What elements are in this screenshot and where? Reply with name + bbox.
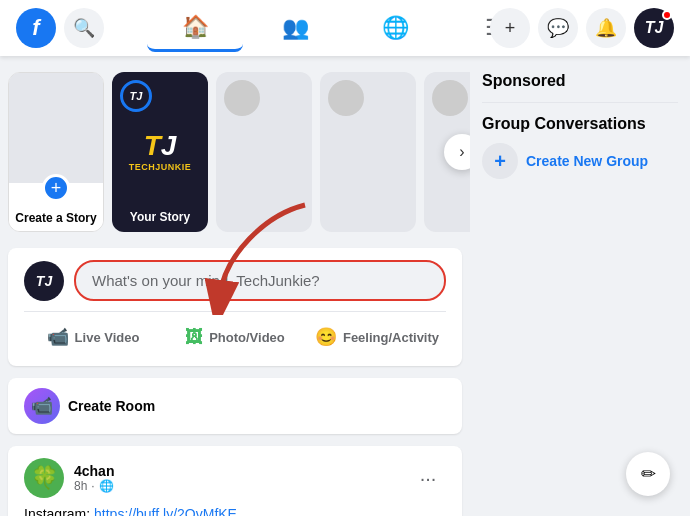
chevron-right-icon: ›: [459, 143, 464, 161]
bell-icon: 🔔: [595, 17, 617, 39]
post-input-placeholder: What's on your mind, TechJunkie?: [92, 272, 320, 289]
facebook-logo[interactable]: f: [16, 8, 56, 48]
feeling-label: Feeling/Activity: [343, 330, 439, 345]
edit-fab-button[interactable]: ✏: [626, 452, 670, 496]
nav-groups-button[interactable]: 🌐: [347, 4, 443, 52]
live-video-label: Live Video: [75, 330, 140, 345]
your-story-card[interactable]: TJ TJ TECHJUNKIE Your Story: [112, 72, 208, 232]
post-input-row: TJ What's on your mind, TechJunkie?: [24, 260, 446, 301]
post-creation-box: TJ What's on your mind, TechJunkie? 📹 Li…: [8, 248, 462, 366]
your-story-label: Your Story: [112, 210, 208, 224]
messenger-button[interactable]: 💬: [538, 8, 578, 48]
nav-left: f 🔍: [16, 8, 104, 48]
post-action-buttons: 📹 Live Video 🖼 Photo/Video 😊 Feeling/Act…: [24, 311, 446, 354]
instagram-label: Instagram:: [24, 506, 90, 516]
story-tj-subtitle: TECHJUNKIE: [129, 162, 192, 172]
photo-video-icon: 🖼: [185, 327, 203, 348]
stories-row: + Create a Story TJ TJ TECHJUNKIE Your S…: [8, 72, 462, 232]
create-room-button[interactable]: 📹 Create Room: [8, 378, 462, 434]
story-avatar-3: [432, 80, 468, 116]
post-meta: 8h · 🌐: [74, 479, 400, 493]
edit-icon: ✏: [641, 463, 656, 485]
nav-home-button[interactable]: 🏠: [147, 4, 243, 52]
live-video-button[interactable]: 📹 Live Video: [24, 320, 162, 354]
avatar-text: TJ: [645, 19, 664, 37]
room-video-icon: 📹: [24, 388, 60, 424]
photo-video-button[interactable]: 🖼 Photo/Video: [166, 320, 304, 354]
nav-friends-button[interactable]: 👥: [247, 4, 343, 52]
add-button[interactable]: +: [490, 8, 530, 48]
story-avatar-2: [328, 80, 364, 116]
nav-right: + 💬 🔔 TJ: [490, 8, 674, 48]
create-room-label: Create Room: [68, 398, 155, 414]
instagram-link[interactable]: https://buff.ly/2QvMfKE: [94, 506, 237, 516]
photo-video-label: Photo/Video: [209, 330, 285, 345]
create-story-card[interactable]: + Create a Story: [8, 72, 104, 232]
story-placeholder-2[interactable]: [320, 72, 416, 232]
notification-dot: [662, 10, 672, 20]
sponsored-heading: Sponsored: [482, 72, 678, 90]
post-what-on-mind-input[interactable]: What's on your mind, TechJunkie?: [74, 260, 446, 301]
post-user-avatar: TJ: [24, 261, 64, 301]
main-layout: + Create a Story TJ TJ TECHJUNKIE Your S…: [0, 56, 690, 516]
feeling-activity-button[interactable]: 😊 Feeling/Activity: [308, 320, 446, 354]
dot-separator: ·: [91, 479, 94, 493]
feeling-icon: 😊: [315, 326, 337, 348]
post-more-button[interactable]: ···: [410, 460, 446, 496]
create-new-group-button[interactable]: + Create New Group: [482, 143, 678, 179]
story-tj-avatar: TJ: [120, 80, 152, 112]
post-header: 🍀 4chan 8h · 🌐 ···: [8, 446, 462, 506]
search-icon: 🔍: [73, 17, 95, 39]
post-user-info: 4chan 8h · 🌐: [74, 463, 400, 493]
story-avatar-1: [224, 80, 260, 116]
story-placeholder-1[interactable]: [216, 72, 312, 232]
add-story-plus-icon: +: [42, 174, 70, 202]
stories-section: + Create a Story TJ TJ TECHJUNKIE Your S…: [8, 72, 462, 232]
sidebar-divider-1: [482, 102, 678, 103]
post-instagram-line: Instagram: https://buff.ly/2QvMfKE: [24, 506, 446, 516]
live-video-icon: 📹: [47, 326, 69, 348]
right-sidebar: Sponsored Group Conversations + Create N…: [470, 56, 690, 516]
plus-icon: +: [505, 18, 516, 39]
friends-icon: 👥: [282, 15, 309, 41]
post-time: 8h: [74, 479, 87, 493]
messenger-icon: 💬: [547, 17, 569, 39]
nav-center: 🏠 👥 🌐 ☰: [147, 4, 543, 52]
create-story-label: Create a Story: [15, 211, 96, 225]
create-story-top: +: [9, 73, 103, 183]
user-avatar-nav[interactable]: TJ: [634, 8, 674, 48]
groups-icon: 🌐: [382, 15, 409, 41]
create-new-group-label: Create New Group: [526, 153, 648, 169]
story-tj-logo: TJ: [144, 132, 177, 160]
feed: + Create a Story TJ TJ TECHJUNKIE Your S…: [0, 56, 470, 516]
notifications-button[interactable]: 🔔: [586, 8, 626, 48]
top-nav: f 🔍 🏠 👥 🌐 ☰ + 💬 🔔 TJ: [0, 0, 690, 56]
post-body: Instagram: https://buff.ly/2QvMfKE YouTu…: [8, 506, 462, 516]
search-button[interactable]: 🔍: [64, 8, 104, 48]
home-icon: 🏠: [182, 14, 209, 40]
group-conversations-heading: Group Conversations: [482, 115, 678, 133]
post-4chan-avatar: 🍀: [24, 458, 64, 498]
post-card-4chan: 🍀 4chan 8h · 🌐 ··· Instagram: https://bu…: [8, 446, 462, 516]
globe-icon: 🌐: [99, 479, 114, 493]
create-group-plus-icon: +: [482, 143, 518, 179]
post-username: 4chan: [74, 463, 400, 479]
